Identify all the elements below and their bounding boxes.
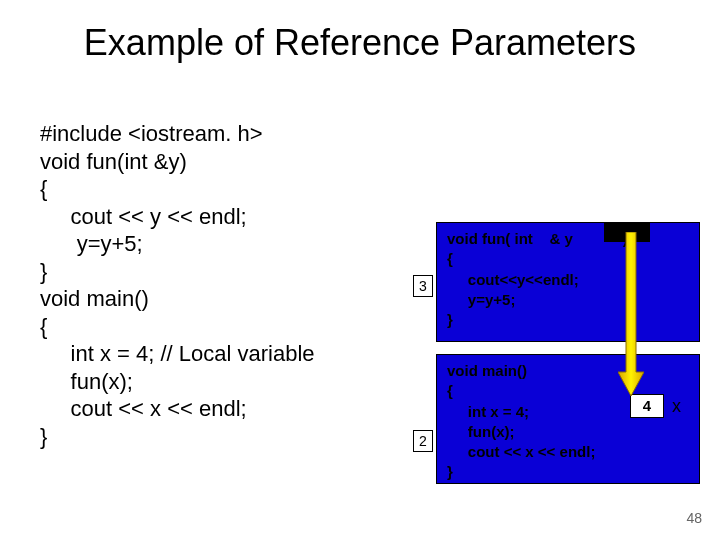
step-label-2: 2: [413, 430, 433, 452]
step-label-3: 3: [413, 275, 433, 297]
value-box-x: 4: [630, 394, 664, 418]
main-box-code: void main() { int x = 4; fun(x); cout <<…: [437, 355, 699, 489]
fun-box-code: void fun( int & y ) { cout<<y<<endl; y=y…: [437, 223, 699, 336]
main-box: void main() { int x = 4; fun(x); cout <<…: [436, 354, 700, 484]
fun-box: void fun( int & y ) { cout<<y<<endl; y=y…: [436, 222, 700, 342]
page-number: 48: [686, 510, 702, 526]
variable-label-x: x: [672, 396, 681, 417]
code-listing-main: #include <iostream. h> void fun(int &y) …: [40, 120, 315, 450]
reference-arrow-icon: [618, 232, 644, 396]
slide-title: Example of Reference Parameters: [0, 22, 720, 64]
